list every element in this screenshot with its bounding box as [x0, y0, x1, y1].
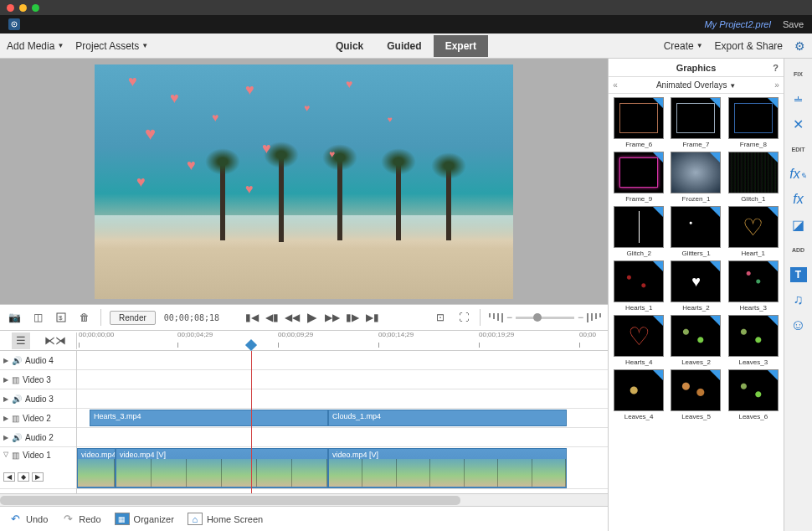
track-nudge-right[interactable]: ▶: [32, 472, 44, 482]
graphics-item[interactable]: Leaves_5: [669, 369, 722, 420]
play-icon[interactable]: ▶: [305, 310, 320, 325]
track-keyframe[interactable]: ◆: [18, 472, 29, 482]
sidebar-adjust-icon[interactable]: ⫨: [786, 87, 811, 111]
preview-monitor[interactable]: ♥♥ ♥♥ ♥♥ ♥♥ ♥♥ ♥♥ ♥: [95, 64, 513, 299]
graphics-item[interactable]: Glitch_1: [727, 152, 780, 203]
graphics-item[interactable]: Frame_6: [612, 97, 666, 148]
graphics-item-label: Frozen_1: [682, 195, 711, 203]
redo-button[interactable]: ↷Redo: [61, 513, 100, 526]
graphics-item[interactable]: Frame_7: [669, 97, 722, 148]
sidebar-tools-icon[interactable]: ✕: [786, 112, 811, 136]
organizer-button[interactable]: ▦Organizer: [115, 513, 174, 525]
graphics-item[interactable]: Glitters_1: [669, 206, 722, 257]
track-nudge-left[interactable]: ◀: [3, 472, 15, 482]
goto-start-icon[interactable]: ▮◀: [244, 310, 260, 325]
playhead[interactable]: [245, 338, 257, 350]
step-back-icon[interactable]: ◀▮: [265, 310, 280, 325]
zoom-slider[interactable]: − −: [489, 312, 601, 323]
help-icon[interactable]: ?: [773, 63, 779, 73]
graphics-item[interactable]: Frame_8: [727, 97, 780, 148]
window-zoom-button[interactable]: [32, 4, 39, 12]
goto-end-icon[interactable]: ▶▮: [365, 310, 380, 325]
graphics-item[interactable]: Glitch_2: [612, 206, 666, 257]
project-assets-menu[interactable]: Project Assets▼: [75, 40, 148, 52]
timeline-tool-settings-icon[interactable]: ☰: [12, 333, 30, 349]
export-share-button[interactable]: Export & Share: [715, 40, 783, 52]
sidebar-graphics-icon[interactable]: ☺: [786, 313, 811, 337]
mode-guided[interactable]: Guided: [375, 35, 433, 57]
camera-icon[interactable]: 📷: [7, 310, 22, 325]
category-dropdown[interactable]: Animated Overlays ▼: [622, 80, 770, 90]
graphics-item[interactable]: Hearts_4: [612, 315, 666, 366]
sidebar-titles-icon[interactable]: T: [786, 263, 811, 286]
sidebar-add-label: ADD: [786, 238, 811, 261]
timeline: ▶🔊Audio 4 ▶▥Video 3 ▶🔊Audio 3 ▶▥Video 2 …: [0, 351, 608, 493]
clip-video1-a[interactable]: video.mp4 [: [77, 448, 116, 488]
speaker-icon: 🔊: [12, 356, 22, 365]
category-next-icon[interactable]: »: [770, 80, 784, 90]
rewind-icon[interactable]: ◀◀: [285, 310, 300, 325]
home-screen-button[interactable]: ⌂Home Screen: [188, 513, 263, 525]
create-menu[interactable]: Create▼: [664, 40, 703, 52]
safe-margins-icon[interactable]: ⊡: [433, 310, 448, 325]
project-title-bar: My Project2.prel Save: [0, 15, 812, 34]
tracks-area[interactable]: Hearts_3.mp4 Clouds_1.mp4 video.mp4 [ vi…: [77, 351, 608, 493]
graphics-item[interactable]: Frame_9: [612, 152, 666, 203]
graphics-item-label: Leaves_6: [738, 413, 768, 420]
graphics-item[interactable]: Leaves_3: [727, 315, 780, 366]
track-header-audio2[interactable]: ▶🔊Audio 2: [0, 428, 76, 447]
graphics-item-label: Leaves_4: [624, 413, 654, 420]
delete-icon[interactable]: 🗑: [77, 310, 92, 325]
clip-clouds[interactable]: Clouds_1.mp4: [328, 410, 567, 426]
sidebar-fx-icon[interactable]: fx: [786, 188, 811, 211]
filmstrip-icon: ▥: [12, 451, 19, 460]
track-header-video2[interactable]: ▶▥Video 2: [0, 409, 76, 428]
settings-gear-icon[interactable]: ⚙: [794, 39, 805, 53]
main-toolbar: Add Media▼ Project Assets▼ Quick Guided …: [0, 34, 812, 59]
home-icon: ⌂: [188, 513, 203, 525]
window-minimize-button[interactable]: [19, 4, 27, 12]
sidebar-fx-edit-icon[interactable]: fx✎: [786, 162, 811, 186]
timecode-display[interactable]: 00;00;08;18: [164, 313, 219, 322]
undo-button[interactable]: ↶Undo: [8, 513, 48, 526]
timeline-ruler[interactable]: 00;00;00;00 00;00;04;29 00;00;09;29 00;0…: [77, 331, 608, 351]
track-header-audio3[interactable]: ▶🔊Audio 3: [0, 389, 76, 409]
mode-expert[interactable]: Expert: [434, 35, 488, 57]
undo-icon: ↶: [8, 513, 22, 526]
save-button[interactable]: Save: [783, 19, 804, 29]
clip-hearts[interactable]: Hearts_3.mp4: [90, 410, 328, 426]
graphics-item[interactable]: Leaves_6: [727, 369, 780, 420]
track-header-audio4[interactable]: ▶🔊Audio 4: [0, 351, 76, 370]
sidebar-music-icon[interactable]: ♫: [786, 288, 811, 312]
track-header-video3[interactable]: ▶▥Video 3: [0, 370, 76, 389]
tool-icon-1[interactable]: ◫: [30, 310, 45, 325]
graphics-item-label: Leaves_2: [681, 358, 711, 366]
timeline-scrollbar[interactable]: [0, 493, 608, 506]
graphics-item[interactable]: Hearts_3: [727, 260, 780, 312]
track-header-video1[interactable]: ▽▥Video 1 ◀◆▶: [0, 447, 76, 489]
window-close-button[interactable]: [7, 4, 14, 12]
graphics-item[interactable]: Hearts_2: [669, 260, 722, 312]
clip-video1-c[interactable]: video.mp4 [V]: [328, 448, 567, 488]
graphics-item[interactable]: Hearts_1: [612, 260, 666, 312]
forward-icon[interactable]: ▶▶: [325, 310, 340, 325]
sidebar-transitions-icon[interactable]: ◪: [786, 213, 811, 236]
clip-video1-b[interactable]: video.mp4 [V]: [116, 448, 328, 488]
transport-bar: 📷 ◫ $ 🗑 Render 00;00;08;18 ▮◀ ◀▮ ◀◀ ▶ ▶▶…: [0, 304, 608, 331]
right-tool-sidebar: FIX ⫨ ✕ EDIT fx✎ fx ◪ ADD T ♫ ☺: [784, 59, 812, 531]
marker-icon[interactable]: $: [54, 310, 69, 325]
mode-tabs: Quick Guided Expert: [324, 35, 488, 57]
graphics-item[interactable]: Leaves_4: [612, 369, 666, 420]
render-button[interactable]: Render: [110, 311, 156, 325]
graphics-item[interactable]: Leaves_2: [669, 315, 722, 366]
timeline-tool-slip-icon[interactable]: ⧔⧕: [46, 333, 64, 349]
mode-quick[interactable]: Quick: [324, 35, 375, 57]
fullscreen-icon[interactable]: ⛶: [456, 310, 471, 325]
category-prev-icon[interactable]: «: [609, 80, 622, 90]
filmstrip-icon: ▥: [12, 375, 19, 384]
add-media-menu[interactable]: Add Media▼: [7, 40, 64, 52]
graphics-item[interactable]: Frozen_1: [669, 152, 722, 203]
graphics-item[interactable]: Heart_1: [727, 206, 780, 257]
step-forward-icon[interactable]: ▮▶: [345, 310, 360, 325]
project-filename: My Project2.prel: [704, 19, 770, 29]
